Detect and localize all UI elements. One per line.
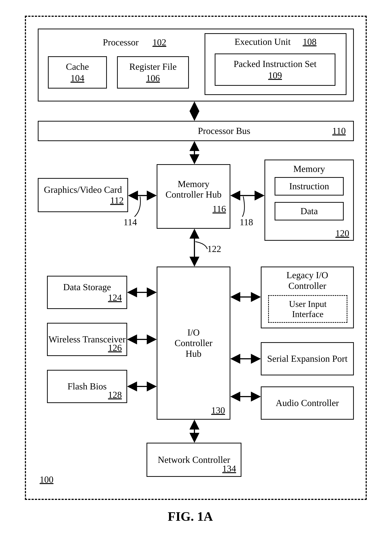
connectors-layer [0,0,392,539]
